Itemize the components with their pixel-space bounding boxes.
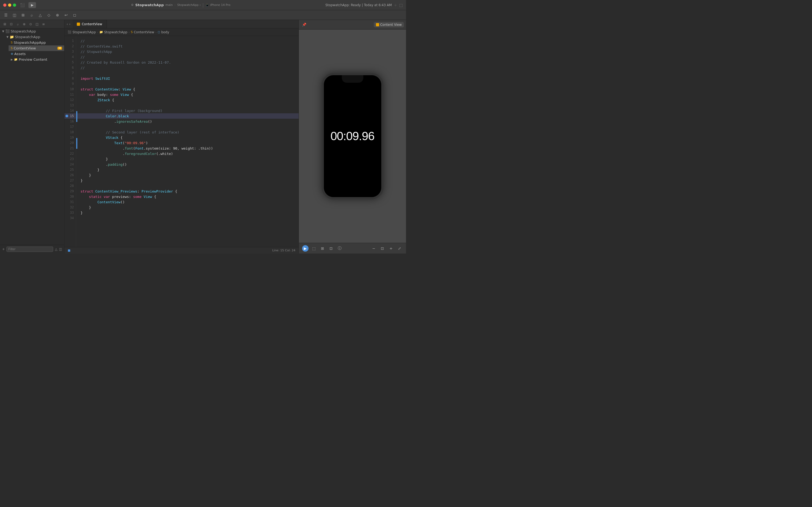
xcode-icon: ⚙ [131,3,134,7]
breadcrumb-item-4[interactable]: body [161,30,169,34]
app-name: StopwatchApp [135,3,164,7]
assets-icon: ⊕ [11,52,13,56]
sidebar-label-assets: Assets [14,52,25,56]
titlebar-center: ⚙ StopwatchApp main › StopwatchApp › | 📱… [38,2,323,7]
main-area: ⊞ ⊡ ⌕ ⊕ ⊙ ◫ ≡ ▼ ⬛ StopwatchApp ▼ 📁 Stopw… [0,20,406,253]
breadcrumb-item-3[interactable]: ContentView [134,30,154,34]
swift-icon: S [11,41,13,44]
breadcrumb: ⬛ StopwatchApp › 📁 StopwatchApp › S Cont… [64,29,299,36]
sidebar-item-label-2: StopwatchApp [15,35,40,39]
breadcrumb-sep-3: › [155,30,157,34]
add-button[interactable]: + [394,3,397,7]
sidebar: ⊞ ⊡ ⌕ ⊕ ⊙ ◫ ≡ ▼ ⬛ StopwatchApp ▼ 📁 Stopw… [0,20,64,253]
sidebar-item-label: StopwatchApp [11,29,36,33]
sidebar-toolbar-btn-6[interactable]: ◫ [35,21,40,27]
swift-icon-2: S [11,47,13,50]
sidebar-toolbar-btn-5[interactable]: ⊙ [28,21,33,27]
preview-info-button[interactable]: ⓘ [337,245,343,251]
run-button[interactable]: ▶ [28,2,36,8]
phone-mockup: 00:09.96 [322,73,384,199]
history-button[interactable]: ◻ [71,12,78,18]
device-selector[interactable]: 📱 iPhone 14 Pro [206,3,230,7]
preview-device-button[interactable]: ⬚ [311,245,317,251]
sidebar-subgroup: S StopwatchAppApp S ContentView M ⊕ Asse… [4,40,64,62]
sidebar-toolbar-btn-3[interactable]: ⌕ [15,21,20,27]
preview-bottom-right: − ⊡ + ⤢ [370,245,403,251]
tab-bar: ‹ › ContentView [64,20,299,29]
sidebar-group-stopwatchapp: ▼ 📁 StopwatchApp S StopwatchAppApp S Con… [0,34,64,62]
editor-bottom-bar: ■ Line: 15 Col: 24 [64,247,299,253]
breadcrumb-item-2[interactable]: StopwatchApp [104,30,127,34]
sidebar-item-stopwatchappapp[interactable]: S StopwatchAppApp [9,40,64,45]
divider: | [202,2,204,7]
pin-button[interactable]: 📌 [301,21,307,28]
filter-input[interactable] [6,246,53,252]
breadcrumb-project-icon: ⬛ [68,30,71,34]
breadcrumb-sep-2: › [128,30,130,34]
sidebar-toolbar-btn-2[interactable]: ⊡ [9,21,14,27]
sidebar-toolbar-btn-1[interactable]: ⊞ [2,21,7,27]
sidebar-toolbar: ⊞ ⊡ ⌕ ⊕ ⊙ ◫ ≡ [0,20,64,29]
minimize-button[interactable] [8,3,11,7]
chevron-down-icon: ▼ [2,30,4,33]
folder-icon: 📁 [10,35,14,39]
warning-button[interactable]: △ [37,12,44,18]
sidebar-item-preview-content[interactable]: ▶ 📁 Preview Content [9,57,64,62]
sidebar-toolbar-btn-7[interactable]: ≡ [41,21,46,27]
traffic-lights [3,3,16,7]
toggle-navigator-button[interactable]: ☰ [3,12,9,18]
fullscreen-button[interactable] [13,3,16,7]
zoom-in-button[interactable]: + [388,245,394,251]
breadcrumb-prop-icon: ◻ [158,30,160,34]
preview-content-area: 00:09.96 [299,30,406,243]
lock-button[interactable]: ⊕ [54,12,61,18]
scheme-selector[interactable]: StopwatchApp › [177,3,200,7]
sidebar-toggle-button[interactable]: ⬛ [18,3,26,7]
preview-panel: 📌 Content View 00:09.96 ▶ ⬚ ⊞ ⊡ ⓘ [299,20,406,253]
cursor-position: Line: 15 Col: 24 [272,249,295,252]
toggle-breakpoints-button[interactable]: ◫ [11,12,18,18]
sidebar-item-stopwatchapp-folder[interactable]: ▼ 📁 StopwatchApp [4,34,64,40]
status-indicator: ■ [68,249,70,252]
layout-toggle-button[interactable]: ⬚ [399,3,403,7]
sidebar-item-contentview[interactable]: S ContentView M [9,45,64,51]
toggle-library-button[interactable]: ⊞ [20,12,26,18]
preview-inspect-button[interactable]: ⊡ [328,245,334,251]
preview-grid-button[interactable]: ⊞ [319,245,326,251]
find-button[interactable]: ⌕ [28,12,35,18]
line-numbers: 1234567891011121314151617181920212223242… [64,36,76,247]
breadcrumb-swift-icon: S [131,30,133,34]
toolbar: ☰ ◫ ⊞ ⌕ △ ◇ ⊕ ↩ ◻ [0,10,406,20]
sidebar-label-contentview: ContentView [14,46,36,50]
phone-screen: 00:09.96 [324,75,381,197]
sidebar-label-preview-content: Preview Content [19,57,47,61]
breadcrumb-item-1[interactable]: StopwatchApp [72,30,96,34]
zoom-fit-button[interactable]: ⊡ [379,245,386,251]
code-content[interactable]: //// ContentView.swift// StopwatchApp///… [77,36,299,247]
titlebar-right: StopwatchApp: Ready | Today at 6:43 AM +… [326,3,403,7]
add-item-icon[interactable]: + [2,247,5,251]
nav-forward-button[interactable]: › [69,22,70,26]
sidebar-item-assets[interactable]: ⊕ Assets [9,51,64,57]
sidebar-item-stopwatchapp-root[interactable]: ▼ ⬛ StopwatchApp [0,29,64,34]
diamond-button[interactable]: ◇ [46,12,52,18]
filter-options-icon[interactable]: ◫ [59,247,62,251]
close-button[interactable] [3,3,6,7]
tab-contentview[interactable]: ContentView [72,20,107,28]
zoom-out-button[interactable]: − [370,245,377,251]
zoom-full-button[interactable]: ⤢ [396,245,403,251]
sidebar-toolbar-btn-4[interactable]: ⊕ [21,21,27,27]
breadcrumb-folder-icon: 📁 [99,30,103,34]
preview-play-button[interactable]: ▶ [302,245,308,251]
titlebar-subtitle: main [165,3,173,7]
content-view-label: Content View [380,23,402,26]
source-control-button[interactable]: ↩ [63,12,69,18]
preview-toolbar: 📌 Content View [299,20,406,30]
nav-back-button[interactable]: ‹ [67,22,68,26]
code-editor[interactable]: 1234567891011121314151617181920212223242… [64,36,299,247]
sidebar-bottom: + △ ◫ [0,245,64,253]
sidebar-label-stopwatchappapp: StopwatchAppApp [14,41,46,45]
content-view-button[interactable]: Content View [374,22,404,27]
warning-icon[interactable]: △ [55,247,57,251]
status-text: StopwatchApp: Ready | Today at 6:43 AM [326,3,392,7]
